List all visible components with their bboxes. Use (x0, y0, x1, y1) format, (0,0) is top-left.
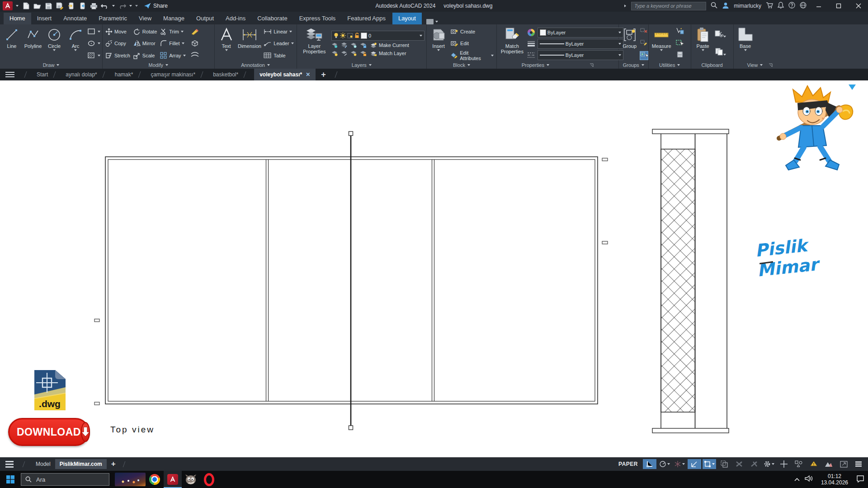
close-tab-icon[interactable]: ✕ (306, 71, 310, 78)
quick-calculator-button[interactable] (676, 51, 684, 60)
court-outline[interactable] (105, 157, 598, 404)
tab-manage[interactable]: Manage (157, 13, 190, 24)
volume-icon[interactable] (805, 475, 813, 484)
file-tab-aynali-dolap[interactable]: aynalı dolap* (64, 69, 99, 80)
copy-clip-button[interactable] (715, 48, 726, 57)
drawing-canvas[interactable]: Top view P (0, 80, 868, 457)
action-center-icon[interactable] (856, 475, 864, 484)
group-selection-toggle[interactable] (640, 52, 648, 60)
linear-dimension-button[interactable]: Linear (263, 26, 294, 37)
layout-tab-pislikmimar[interactable]: PislikMimar.com (55, 459, 107, 469)
properties-panel-label[interactable]: Properties (497, 61, 618, 69)
dynamic-ucs-toggle[interactable] (732, 459, 746, 469)
match-layer-button[interactable]: Match Layer (369, 50, 407, 57)
autocad-taskbar-icon[interactable] (164, 471, 182, 488)
tab-express-tools[interactable]: Express Tools (293, 13, 342, 24)
save-as-icon[interactable] (56, 2, 64, 10)
maximize-button[interactable] (831, 0, 846, 12)
offset-button[interactable] (190, 52, 199, 60)
mirror-button[interactable]: Mirror (132, 38, 158, 49)
net-elevation-view[interactable] (652, 129, 729, 433)
save-icon[interactable] (44, 2, 52, 10)
isodraft-caret[interactable] (682, 463, 685, 465)
table-button[interactable]: Table (263, 50, 294, 61)
layer-thaw-icon[interactable] (350, 51, 357, 56)
insert-block-button[interactable]: Insert (429, 26, 448, 61)
search-type-caret[interactable] (624, 5, 626, 7)
net-hatch[interactable] (661, 149, 695, 412)
ribbon-display-toggle[interactable] (426, 19, 438, 24)
edit-block-button[interactable]: Edit (450, 38, 495, 49)
new-layout-button[interactable]: + (111, 460, 116, 469)
open-web-mobile-icon[interactable] (67, 2, 75, 10)
autocad-logo-icon[interactable] (3, 1, 13, 10)
create-block-button[interactable]: Create (450, 26, 495, 37)
leader-caret[interactable] (291, 42, 294, 44)
grip-top[interactable] (349, 131, 353, 136)
make-current-button[interactable]: Make Current (369, 42, 410, 49)
rotate-button[interactable]: Rotate (132, 26, 158, 37)
lineweight-select[interactable]: ByLayer (538, 39, 623, 49)
app-store-cart-icon[interactable] (766, 2, 773, 10)
leader-button[interactable]: Leader (263, 38, 294, 49)
qat-customize-caret[interactable] (135, 5, 138, 7)
circle-button[interactable]: Circle (44, 26, 64, 61)
modify-panel-label[interactable]: Modify (103, 61, 214, 69)
object-color-select[interactable]: ByLayer (538, 28, 623, 38)
isodraft-toggle[interactable] (673, 459, 686, 469)
redo-icon[interactable] (118, 2, 126, 10)
start-button[interactable] (0, 471, 21, 488)
paper-space-indicator[interactable]: PAPER (618, 461, 638, 467)
tab-output[interactable]: Output (190, 13, 220, 24)
tab-annotate[interactable]: Annotate (57, 13, 93, 24)
layer-off-icon[interactable] (331, 42, 338, 48)
layers-panel-label[interactable]: Layers (297, 61, 427, 69)
paste-caret[interactable] (702, 49, 704, 51)
new-file-icon[interactable] (22, 2, 30, 10)
app-menu-caret[interactable] (16, 5, 19, 7)
arc-caret[interactable] (74, 49, 77, 51)
layer-properties-button[interactable]: Layer Properties (299, 26, 330, 61)
center-net-line[interactable] (349, 131, 353, 430)
save-web-mobile-icon[interactable] (78, 2, 86, 10)
user-avatar-icon[interactable] (722, 2, 729, 10)
array-caret[interactable] (183, 55, 186, 56)
file-tab-basketbol[interactable]: basketbol* (211, 69, 240, 80)
ungroup-button[interactable] (640, 28, 648, 36)
file-tab-hamak[interactable]: hamak* (113, 69, 135, 80)
plot-icon[interactable] (90, 2, 98, 10)
gimp-taskbar-icon[interactable] (182, 471, 200, 488)
tab-layout[interactable]: Layout (392, 13, 422, 24)
username[interactable]: mimarlucky (734, 3, 761, 9)
copy-button[interactable]: Copy (104, 38, 131, 49)
tab-addins[interactable]: Add-ins (220, 13, 251, 24)
view-panel-label[interactable]: View (734, 61, 868, 69)
group-button[interactable]: Group (621, 26, 639, 61)
base-view-button[interactable]: Base (736, 26, 755, 61)
chrome-taskbar-icon[interactable] (146, 471, 164, 488)
search-icon[interactable] (711, 2, 717, 10)
measure-button[interactable]: Measure (651, 26, 673, 61)
tab-collaborate[interactable]: Collaborate (251, 13, 293, 24)
file-tab-camasir-makinasi[interactable]: çamaşır makinası* (149, 69, 197, 80)
grip-bottom[interactable] (349, 426, 353, 430)
cut-button[interactable] (715, 30, 726, 39)
ellipse-tool-button[interactable] (87, 38, 101, 49)
model-tab[interactable]: Model (31, 459, 55, 469)
share-button[interactable]: Share (144, 3, 168, 9)
trim-caret[interactable] (181, 31, 184, 33)
taskbar-search-input[interactable] (35, 476, 91, 483)
undo-icon[interactable] (101, 2, 109, 10)
groups-panel-label[interactable]: Groups (619, 61, 648, 69)
polar-caret[interactable] (667, 463, 670, 465)
measure-caret[interactable] (660, 49, 663, 51)
polar-tracking-toggle[interactable] (658, 459, 671, 469)
linetype-select[interactable]: ByLayer (538, 50, 623, 60)
tab-featured-apps[interactable]: Featured Apps (341, 13, 392, 24)
redo-caret[interactable] (129, 5, 132, 7)
insert-caret[interactable] (437, 49, 440, 51)
file-tab-start[interactable]: Start (35, 69, 50, 80)
tray-expand-chevron[interactable] (794, 475, 800, 483)
paste-button[interactable]: Paste (693, 26, 713, 61)
assistant-globe-icon[interactable] (800, 2, 807, 10)
